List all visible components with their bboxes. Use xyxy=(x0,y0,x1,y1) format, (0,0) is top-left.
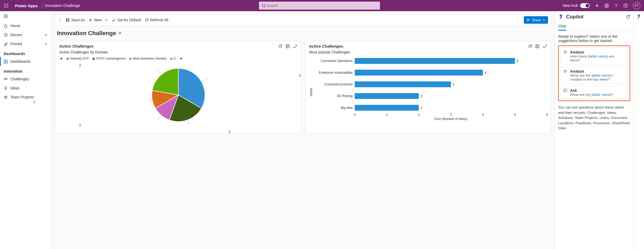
pie-slice-label: 2 xyxy=(79,63,81,67)
nav-recent[interactable]: Recent xyxy=(0,30,51,39)
legend-prev-icon[interactable]: ◄ xyxy=(59,56,63,60)
suggestion-title: Ask xyxy=(570,88,613,93)
hamburger-icon[interactable] xyxy=(0,11,51,21)
new-button[interactable]: New xyxy=(89,18,108,22)
card1-subtitle: Active Challenges by Domain xyxy=(59,50,297,54)
bar-value: 2 xyxy=(420,94,422,98)
suggestion-1[interactable]: Analyze How many [table name] are there? xyxy=(560,48,628,65)
x-axis-ticks: 0123456 xyxy=(355,113,547,117)
clock-icon xyxy=(4,33,8,37)
suggestion-title: Analyze xyxy=(570,69,625,73)
chevron-down-icon xyxy=(543,19,545,21)
svg-line-24 xyxy=(149,99,152,101)
copilot-intro: Ready to explore? Select one of the sugg… xyxy=(558,34,630,43)
nav-dashboards[interactable]: Dashboards xyxy=(0,57,51,66)
refresh-icon[interactable] xyxy=(626,15,630,19)
nav-ideas-label: Ideas xyxy=(10,86,19,90)
legend-item[interactable]: C xyxy=(170,56,176,60)
nav-home-label: Home xyxy=(10,24,20,28)
refresh-icon[interactable] xyxy=(528,44,532,48)
suggestion-3[interactable]: Ask What are my [table name]? xyxy=(560,86,628,99)
bar-value: 5 xyxy=(517,59,518,63)
bar-row[interactable]: 3D Printing2 xyxy=(313,93,547,99)
left-nav: Home Recent Pinned Dashboards Dashboards… xyxy=(0,11,52,249)
legend-next-icon[interactable]: ► xyxy=(180,56,183,60)
refresh-all-button[interactable]: Refresh All xyxy=(145,18,168,22)
svg-point-4 xyxy=(6,5,7,6)
save-as-label: Save As xyxy=(71,18,85,22)
pie-slice-label: 1 xyxy=(79,123,81,127)
card2-subtitle: Most popular Challenges xyxy=(309,50,547,54)
toggle-switch-icon[interactable] xyxy=(580,3,590,8)
header-separator xyxy=(43,3,43,9)
svg-line-10 xyxy=(264,6,265,7)
section-dashboards: Dashboards xyxy=(0,48,51,57)
app-launcher-icon[interactable] xyxy=(0,0,12,11)
svg-point-11 xyxy=(616,7,616,7)
svg-point-2 xyxy=(7,4,8,5)
x-tick: 3 xyxy=(450,113,452,117)
legend-item[interactable]: New business models xyxy=(129,56,166,60)
apps-icon[interactable] xyxy=(623,3,628,8)
nav-home[interactable]: Home xyxy=(0,21,51,30)
copilot-tabs: Chat xyxy=(555,22,633,31)
bar-row[interactable]: Connected products3 xyxy=(313,81,547,87)
svg-point-8 xyxy=(7,7,8,8)
pie-chart[interactable]: 32112 xyxy=(59,60,297,130)
tab-chat[interactable]: Chat xyxy=(558,24,566,31)
bar-category: Connected products xyxy=(313,82,355,86)
expand-icon[interactable] xyxy=(543,44,547,48)
ask-icon xyxy=(563,88,567,97)
legend-item[interactable]: Industry IOT xyxy=(66,56,89,60)
bar-row[interactable]: Connected Operations5 xyxy=(313,58,547,64)
x-tick: 0 xyxy=(354,113,356,117)
svg-point-19 xyxy=(6,96,7,97)
nav-ideas[interactable]: Ideas xyxy=(0,84,51,93)
view-records-icon[interactable] xyxy=(286,44,290,48)
nav-team-projects[interactable]: Team Projects xyxy=(0,93,51,102)
pie-slice-label: 2 xyxy=(228,130,230,134)
add-icon[interactable] xyxy=(595,3,599,8)
new-label: New xyxy=(94,18,102,22)
svg-point-3 xyxy=(4,5,5,6)
x-tick: 4 xyxy=(482,113,484,117)
legend-item[interactable]: IT/OT convergence xyxy=(93,56,126,60)
help-icon[interactable] xyxy=(614,3,618,8)
bar-row[interactable]: Enterprise sustainability4 xyxy=(313,70,547,76)
set-default-button[interactable]: Set As Default xyxy=(112,18,141,22)
refresh-icon[interactable] xyxy=(278,44,282,48)
bar-row[interactable]: Big data2 xyxy=(313,105,547,111)
svg-point-5 xyxy=(7,5,8,6)
chevron-down-icon xyxy=(44,33,48,36)
copilot-title: Copilot xyxy=(566,14,583,20)
x-tick: 1 xyxy=(386,113,388,117)
expand-icon[interactable] xyxy=(293,44,297,48)
pie-slice-label: 3 xyxy=(299,74,301,78)
search-box[interactable] xyxy=(259,2,380,10)
page-title[interactable]: Innovation Challenge xyxy=(52,26,555,38)
suggestion-body: How many [table name] are there? xyxy=(570,54,625,62)
y-axis-label: Name xyxy=(309,88,313,96)
share-button[interactable]: Share xyxy=(524,16,548,24)
x-axis-label: Sum (Number of ideas) xyxy=(313,117,547,121)
card1-title: Active Challenges xyxy=(59,44,94,48)
nav-challenges[interactable]: Challenges xyxy=(0,74,51,84)
bar-category: Big data xyxy=(313,106,355,110)
svg-point-1 xyxy=(6,4,7,5)
copilot-rail-icon[interactable] xyxy=(636,14,642,19)
suggestion-2[interactable]: Analyze What are the [table name] I crea… xyxy=(560,67,628,84)
nav-pinned-label: Pinned xyxy=(10,42,22,46)
nav-pinned[interactable]: Pinned xyxy=(0,39,51,48)
chevron-down-icon xyxy=(118,31,122,35)
save-as-button[interactable]: Save As xyxy=(66,18,85,22)
save-icon xyxy=(66,18,70,22)
settings-icon[interactable] xyxy=(604,3,609,8)
user-avatar[interactable]: ST xyxy=(633,2,640,9)
bar-chart[interactable]: Connected Operations5Enterprise sustaina… xyxy=(313,58,547,111)
search-input[interactable] xyxy=(266,3,377,8)
new-look-toggle[interactable]: New look xyxy=(563,3,590,8)
bar-value: 4 xyxy=(484,71,486,75)
view-records-icon[interactable] xyxy=(535,44,540,48)
share-icon xyxy=(526,18,530,22)
card-popular-challenges: Active Challenges Most popular Challenge… xyxy=(305,41,551,134)
